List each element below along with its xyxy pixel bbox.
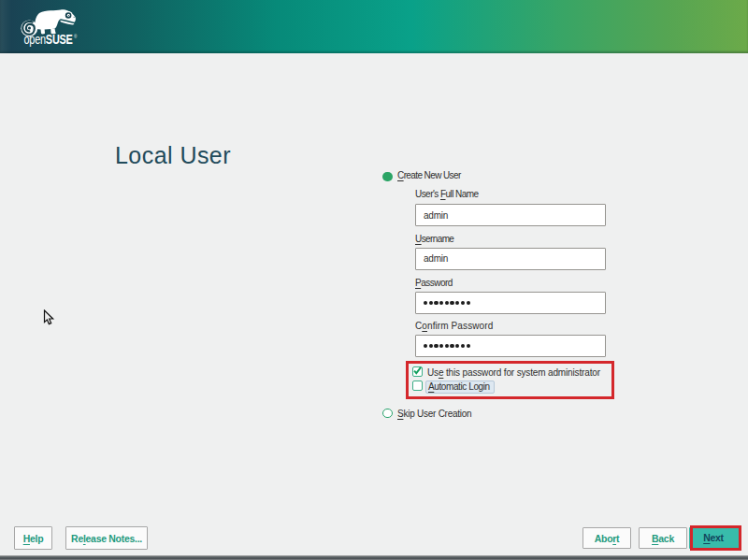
svg-text:®: ®: [74, 34, 78, 39]
svg-text:openSUSE: openSUSE: [24, 32, 73, 47]
